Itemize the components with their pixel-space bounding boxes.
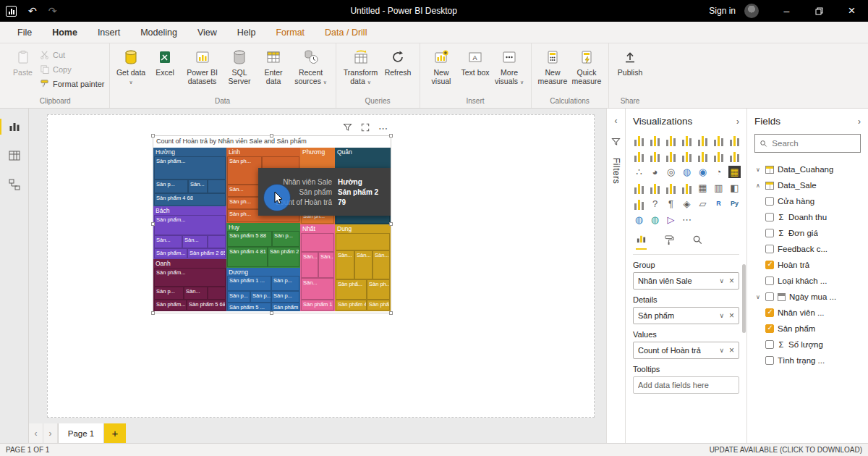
field-checkbox[interactable] xyxy=(765,213,774,221)
redo-button[interactable]: ↷ xyxy=(48,6,57,16)
field-Tình trạng ...[interactable]: Tình trạng ... xyxy=(754,352,861,368)
treemap-cell[interactable]: Sản ph... xyxy=(367,279,390,300)
stacked-column-chart-icon[interactable] xyxy=(649,134,661,146)
get-data-button[interactable]: Get data ∨ xyxy=(114,46,148,85)
table-icon[interactable]: ▦ xyxy=(697,182,709,194)
power-bi-datasets-button[interactable]: Power BI datasets xyxy=(182,46,223,85)
treemap-cell[interactable]: Sản phẩm 4 8... xyxy=(336,300,367,311)
treemap-cell[interactable]: Sản p... xyxy=(227,291,250,303)
new-measure-button[interactable]: New measure xyxy=(536,46,570,85)
metrics-icon[interactable]: ◈ xyxy=(681,198,693,210)
treemap-cell[interactable] xyxy=(208,235,226,248)
decomposition-tree-icon[interactable] xyxy=(633,198,645,210)
field-Doanh thu[interactable]: ΣDoanh thu xyxy=(754,209,861,225)
hundred-stacked-column-chart-icon[interactable] xyxy=(712,134,725,146)
tab-format[interactable] xyxy=(664,235,675,250)
treemap-cell[interactable]: Sản... xyxy=(301,252,318,278)
treemap-cell[interactable]: Sản ph... xyxy=(227,197,262,209)
field-checkbox[interactable] xyxy=(765,261,774,269)
report-view-button[interactable] xyxy=(4,117,25,136)
field-checkbox[interactable] xyxy=(765,245,774,253)
table-Data_Cuahang[interactable]: ∨Data_Cuahang xyxy=(754,161,861,177)
field-checkbox[interactable] xyxy=(765,197,774,206)
field-Loại khách ...[interactable]: Loại khách ... xyxy=(754,273,861,289)
treemap-cell[interactable]: Sản phẩm 2 65 xyxy=(187,248,226,258)
visualizations-scrollbar[interactable] xyxy=(742,264,746,333)
field-checkbox[interactable] xyxy=(765,340,774,349)
tab-file[interactable]: File xyxy=(7,22,42,43)
chevron-up-icon[interactable]: ∧ xyxy=(754,182,762,189)
more-visuals-ellipsis-icon[interactable]: ⋯ xyxy=(681,214,693,226)
line-chart-icon[interactable] xyxy=(728,134,741,146)
more-visuals-button[interactable]: More visuals ∨ xyxy=(493,46,527,85)
restore-button[interactable] xyxy=(803,0,835,22)
card-icon[interactable] xyxy=(633,182,645,194)
treemap-cell[interactable]: Sản phẩm 1 ... xyxy=(227,276,271,291)
clustered-column-chart-icon[interactable] xyxy=(681,134,693,146)
ribbon-chart-icon[interactable] xyxy=(697,150,709,162)
treemap-cell[interactable]: Sản phẩm 1 69 xyxy=(301,300,334,311)
treemap-cell[interactable]: Sản p... xyxy=(271,291,299,303)
previous-page-button[interactable]: ‹ xyxy=(29,423,43,443)
excel-button[interactable]: Excel xyxy=(148,46,182,77)
remove-field-icon[interactable]: × xyxy=(729,345,734,355)
key-influencers-icon[interactable]: ◧ xyxy=(728,182,741,194)
minimize-button[interactable]: – xyxy=(770,0,803,22)
chevron-down-icon[interactable]: ∨ xyxy=(754,294,762,300)
collapse-fields-icon[interactable]: › xyxy=(858,117,861,127)
map-icon[interactable]: ◍ xyxy=(681,166,693,178)
update-available-link[interactable]: UPDATE AVAILABLE (CLICK TO DOWNLOAD) xyxy=(710,446,862,454)
format-painter-button[interactable]: Format painter xyxy=(40,77,105,90)
treemap-cell[interactable]: Sản phẩm 1 ... xyxy=(367,300,390,311)
hundred-stacked-bar-chart-icon[interactable] xyxy=(697,134,709,146)
smart-narrative-icon[interactable]: ¶ xyxy=(665,198,677,210)
tab-fields[interactable] xyxy=(636,233,647,250)
kpi-icon[interactable] xyxy=(665,182,677,194)
treemap-cell[interactable] xyxy=(208,180,226,193)
treemap-cell[interactable]: Sản p... xyxy=(271,276,299,291)
chevron-down-icon[interactable]: ∨ xyxy=(754,166,762,173)
enter-data-button[interactable]: Enter data xyxy=(257,46,291,85)
filters-pane-collapsed[interactable]: ‹ Filters xyxy=(606,109,625,443)
tab-view[interactable]: View xyxy=(187,22,227,43)
tab-insert[interactable]: Insert xyxy=(88,22,130,43)
field-Hoàn trả[interactable]: Hoàn trả xyxy=(754,257,861,273)
treemap-cell[interactable]: Sản phẩm... xyxy=(154,248,187,258)
remove-field-icon[interactable]: × xyxy=(729,311,734,321)
power-automate-icon[interactable]: ▷ xyxy=(665,214,677,226)
visual-filter-icon[interactable] xyxy=(343,123,352,133)
python-visual-icon[interactable]: Py xyxy=(728,198,741,210)
funnel-chart-icon[interactable] xyxy=(728,150,741,162)
chevron-down-icon[interactable]: ∨ xyxy=(719,277,724,284)
tab-analytics[interactable] xyxy=(692,235,703,250)
treemap-cell[interactable]: Sản phẩm 4 68 xyxy=(154,193,226,206)
new-page-button[interactable]: + xyxy=(104,423,126,443)
expand-filters-icon[interactable]: ‹ xyxy=(615,116,618,126)
line-clustered-column-chart-icon[interactable] xyxy=(681,150,693,162)
treemap-cell[interactable]: Sản phẩm... xyxy=(154,156,226,180)
field-checkbox[interactable] xyxy=(765,324,774,333)
field-Số lượng[interactable]: ΣSố lượng xyxy=(754,337,861,352)
treemap-icon[interactable]: ▦ xyxy=(728,166,741,178)
slicer-icon[interactable] xyxy=(681,182,693,194)
treemap-cell[interactable]: Sản p... xyxy=(154,180,188,193)
focus-mode-icon[interactable] xyxy=(361,123,370,133)
resize-handle[interactable] xyxy=(270,311,273,315)
resize-handle[interactable] xyxy=(151,134,155,138)
multi-row-card-icon[interactable] xyxy=(649,182,661,194)
field-checkbox[interactable] xyxy=(765,356,774,365)
publish-button[interactable]: Publish xyxy=(613,46,647,77)
treemap-cell[interactable]: Sản ph... xyxy=(227,156,262,185)
copy-button[interactable]: Copy xyxy=(40,63,105,75)
treemap-cell[interactable]: Sản phẩm... xyxy=(154,300,187,311)
tab-home[interactable]: Home xyxy=(42,22,88,43)
report-canvas[interactable]: ⋯ Count of Hoàn trả by Nhân viên Sale an… xyxy=(29,109,606,423)
avatar[interactable] xyxy=(744,4,759,18)
filled-map-icon[interactable]: ◉ xyxy=(697,166,709,178)
more-options-icon[interactable]: ⋯ xyxy=(378,124,388,133)
details-well[interactable]: Sản phẩm ∨× xyxy=(633,307,739,324)
tab-data-drill[interactable]: Data / Drill xyxy=(315,22,377,43)
resize-handle[interactable] xyxy=(389,134,393,138)
remove-field-icon[interactable]: × xyxy=(729,276,734,286)
treemap-cell[interactable]: Sản... xyxy=(336,250,354,279)
